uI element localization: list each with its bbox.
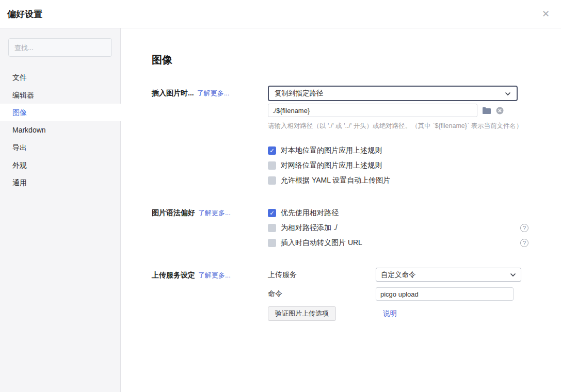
checkbox-row-escape-url[interactable]: 插入时自动转义图片 URL ? [268, 235, 528, 250]
content-panel: 图像 插入图片时...了解更多... 复制到指定路径 [121, 28, 561, 392]
image-action-select[interactable]: 复制到指定路径 [268, 86, 518, 101]
checkbox-label: 插入时自动转义图片 URL [281, 238, 362, 248]
checkbox-label: 优先使用相对路径 [281, 208, 339, 218]
section-label-col: 插入图片时...了解更多... [152, 86, 268, 188]
search-input[interactable] [8, 38, 112, 57]
upload-section-label: 上传服务设定 [152, 271, 195, 279]
window-header: 偏好设置 ✕ [0, 0, 561, 28]
checkbox-row-prefer-relative[interactable]: 优先使用相对路径 [268, 205, 528, 220]
insert-section-label: 插入图片时... [152, 89, 194, 97]
path-hint-text: 请输入相对路径（以 './' 或 '../' 开头）或绝对路径。（其中 `${f… [268, 122, 528, 130]
checkbox-row-add-dot-slash[interactable]: 为相对路径添加 ./ ? [268, 220, 528, 235]
help-icon[interactable]: ? [520, 239, 528, 247]
clear-input-icon[interactable] [496, 107, 504, 115]
checkbox-apply-web-images[interactable] [268, 161, 276, 170]
syntax-section-label: 图片语法偏好 [152, 208, 195, 217]
syntax-section-content: 优先使用相对路径 为相对路径添加 ./ ? 插入时自动转义图片 URL ? [268, 205, 528, 250]
checkbox-row-apply-web[interactable]: 对网络位置的图片应用上述规则 [268, 158, 528, 173]
upload-service-select-value: 自定义命令 [381, 270, 416, 280]
image-action-select-value: 复制到指定路径 [275, 89, 324, 98]
sidebar-item-export[interactable]: 导出 [0, 139, 120, 156]
sidebar: 文件 编辑器 图像 Markdown 导出 外观 通用 [0, 28, 121, 392]
section-label-col: 图片语法偏好了解更多... [152, 205, 268, 250]
chevron-down-icon [505, 90, 511, 97]
checkbox-add-dot-slash[interactable] [268, 224, 276, 232]
upload-command-row: 命令 [268, 287, 528, 301]
upload-service-label: 上传服务 [268, 270, 376, 280]
validate-upload-button[interactable]: 验证图片上传选项 [268, 306, 336, 321]
checkbox-label: 对本地位置的图片应用上述规则 [281, 146, 382, 155]
upload-description-link[interactable]: 说明 [383, 309, 397, 318]
checkbox-label: 为相对路径添加 ./ [281, 223, 338, 233]
command-label: 命令 [268, 289, 376, 299]
checkbox-escape-image-url[interactable] [268, 239, 276, 247]
insert-learn-more-link[interactable]: 了解更多... [197, 89, 230, 97]
sidebar-item-markdown[interactable]: Markdown [0, 121, 120, 139]
insert-checkbox-group: 对本地位置的图片应用上述规则 对网络位置的图片应用上述规则 允许根据 YAML … [268, 143, 528, 188]
checkbox-label: 允许根据 YAML 设置自动上传图片 [281, 176, 390, 185]
sidebar-item-general[interactable]: 通用 [0, 174, 120, 191]
sidebar-item-image[interactable]: 图像 [0, 104, 121, 121]
section-insert-images: 插入图片时...了解更多... 复制到指定路径 [152, 86, 529, 188]
checkbox-label: 对网络位置的图片应用上述规则 [281, 161, 382, 170]
syntax-learn-more-link[interactable]: 了解更多... [198, 209, 231, 217]
window-body: 文件 编辑器 图像 Markdown 导出 外观 通用 图像 插入图片时...了… [0, 28, 561, 392]
search-box [8, 38, 112, 57]
folder-browse-icon[interactable] [482, 107, 491, 114]
section-label-col: 上传服务设定了解更多... [152, 268, 268, 321]
window-title: 偏好设置 [7, 8, 42, 20]
sidebar-item-file[interactable]: 文件 [0, 69, 120, 86]
sidebar-item-editor[interactable]: 编辑器 [0, 86, 120, 104]
section-upload-service: 上传服务设定了解更多... 上传服务 自定义命令 命令 [152, 268, 529, 321]
help-icon[interactable]: ? [520, 224, 528, 232]
checkbox-prefer-relative-path[interactable] [268, 209, 276, 217]
close-icon[interactable]: ✕ [542, 9, 550, 19]
checkbox-row-apply-local[interactable]: 对本地位置的图片应用上述规则 [268, 143, 528, 158]
upload-service-row: 上传服务 自定义命令 [268, 268, 528, 282]
upload-section-content: 上传服务 自定义命令 命令 验证图片上传选项 说明 [268, 268, 528, 321]
copy-path-row [268, 104, 528, 117]
copy-path-input[interactable] [268, 104, 477, 117]
command-input[interactable] [376, 287, 514, 301]
chevron-down-icon [510, 271, 516, 279]
checkbox-auto-upload-yaml[interactable] [268, 176, 276, 185]
checkbox-apply-local-images[interactable] [268, 146, 276, 155]
section-image-syntax: 图片语法偏好了解更多... 优先使用相对路径 为相对路径添加 ./ ? 插入时自… [152, 205, 529, 250]
upload-service-select[interactable]: 自定义命令 [376, 268, 521, 282]
upload-learn-more-link[interactable]: 了解更多... [198, 271, 231, 279]
upload-actions-row: 验证图片上传选项 说明 [268, 306, 528, 321]
checkbox-row-yaml-upload[interactable]: 允许根据 YAML 设置自动上传图片 [268, 173, 528, 188]
sidebar-item-appearance[interactable]: 外观 [0, 156, 120, 174]
insert-section-content: 复制到指定路径 请输入相对路径（以 './' 或 '../' 开头）或绝对路径。… [268, 86, 528, 188]
page-title: 图像 [152, 53, 529, 67]
